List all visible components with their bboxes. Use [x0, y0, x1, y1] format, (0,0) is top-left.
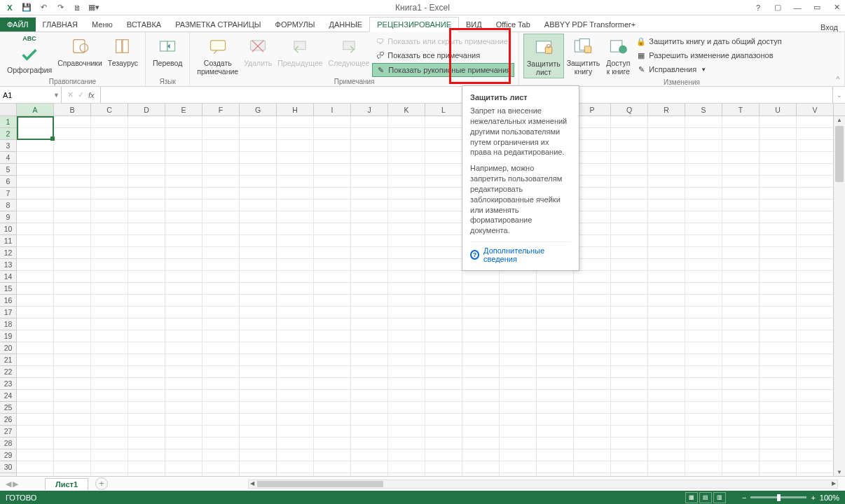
column-header[interactable]: H: [277, 104, 314, 115]
normal-view-icon[interactable]: ▦: [685, 492, 698, 503]
sheet-nav[interactable]: ◀▶: [0, 479, 24, 489]
row-header[interactable]: 3: [0, 140, 16, 152]
select-all-corner[interactable]: [0, 104, 17, 115]
scroll-left-icon[interactable]: ◀: [250, 480, 254, 486]
row-header[interactable]: 2: [0, 128, 16, 140]
translate-button[interactable]: Перевод: [150, 34, 185, 69]
chevron-down-icon[interactable]: ▼: [53, 92, 60, 99]
spelling-button[interactable]: ABC Орфография: [4, 34, 55, 76]
ribbon-options-icon[interactable]: ▢: [772, 2, 783, 13]
column-header[interactable]: I: [314, 104, 351, 115]
scroll-right-icon[interactable]: ▶: [832, 480, 836, 486]
fx-icon[interactable]: fx: [88, 91, 95, 99]
row-header[interactable]: 29: [0, 449, 16, 461]
zoom-slider[interactable]: [750, 496, 806, 498]
row-header[interactable]: 4: [0, 152, 16, 164]
tab-data[interactable]: ДАННЫЕ: [322, 18, 369, 31]
column-header[interactable]: J: [351, 104, 388, 115]
tab-menu[interactable]: Меню: [85, 18, 120, 31]
tab-abbyy[interactable]: ABBYY PDF Transformer+: [537, 18, 643, 31]
column-header[interactable]: V: [797, 104, 834, 115]
tooltip-more-link[interactable]: ? Дополнительные сведения: [470, 241, 571, 263]
name-box-input[interactable]: [3, 91, 45, 99]
tab-pagelayout[interactable]: РАЗМЕТКА СТРАНИЦЫ: [168, 18, 268, 31]
newfile-icon[interactable]: 🗎: [71, 2, 83, 13]
column-header[interactable]: E: [165, 104, 202, 115]
row-header[interactable]: 22: [0, 366, 16, 378]
tab-formulas[interactable]: ФОРМУЛЫ: [268, 18, 322, 31]
row-header[interactable]: 23: [0, 378, 16, 390]
tab-review[interactable]: РЕЦЕНЗИРОВАНИЕ: [369, 17, 459, 32]
column-header[interactable]: R: [648, 104, 685, 115]
tab-officetab[interactable]: Office Tab: [489, 18, 537, 31]
zoom-in-button[interactable]: +: [811, 493, 815, 502]
column-header[interactable]: K: [388, 104, 425, 115]
vertical-scrollbar[interactable]: ▲ ▼: [833, 116, 845, 476]
row-header[interactable]: 25: [0, 402, 16, 414]
row-header[interactable]: 12: [0, 247, 16, 259]
close-icon[interactable]: ✕: [831, 2, 842, 13]
protect-sheet-button[interactable]: Защитить лист: [523, 34, 564, 78]
row-header[interactable]: 27: [0, 426, 16, 438]
open-icon[interactable]: ▦▾: [88, 2, 99, 13]
column-header[interactable]: B: [54, 104, 91, 115]
scroll-thumb[interactable]: [835, 126, 844, 182]
column-header[interactable]: G: [240, 104, 277, 115]
column-header[interactable]: S: [685, 104, 722, 115]
name-box[interactable]: ▼: [0, 87, 62, 103]
zoom-level[interactable]: 100%: [820, 493, 839, 502]
page-break-view-icon[interactable]: ▥: [713, 492, 726, 503]
allow-edit-ranges[interactable]: ▦Разрешить изменение диапазонов: [633, 49, 784, 62]
row-header[interactable]: 20: [0, 342, 16, 354]
column-header[interactable]: F: [202, 104, 240, 115]
column-header[interactable]: T: [722, 104, 760, 115]
scroll-thumb[interactable]: [257, 481, 383, 487]
fill-handle[interactable]: [50, 136, 55, 141]
row-header[interactable]: 17: [0, 307, 16, 318]
save-icon[interactable]: 💾: [21, 2, 32, 13]
column-header[interactable]: C: [91, 104, 128, 115]
protect-workbook-button[interactable]: Защитить книгу: [564, 34, 603, 77]
row-header[interactable]: 19: [0, 330, 16, 342]
row-header[interactable]: 11: [0, 235, 16, 247]
column-header[interactable]: A: [17, 104, 54, 115]
collapse-ribbon-icon[interactable]: ^: [836, 76, 839, 83]
cells-area[interactable]: [17, 116, 833, 476]
column-header[interactable]: U: [760, 104, 797, 115]
zoom-out-button[interactable]: −: [742, 493, 746, 502]
row-header[interactable]: 21: [0, 354, 16, 366]
column-header[interactable]: D: [128, 104, 165, 115]
row-header[interactable]: 7: [0, 188, 16, 200]
minimize-icon[interactable]: —: [792, 2, 803, 13]
track-changes[interactable]: ✎Исправления▼: [633, 63, 784, 76]
add-sheet-button[interactable]: +: [95, 477, 108, 490]
tab-view[interactable]: ВИД: [459, 18, 489, 31]
row-header[interactable]: 1: [0, 116, 16, 128]
help-icon[interactable]: ?: [753, 2, 764, 13]
tab-insert[interactable]: ВСТАВКА: [120, 18, 168, 31]
scroll-down-icon[interactable]: ▼: [834, 469, 845, 475]
row-header[interactable]: 9: [0, 211, 16, 223]
redo-icon[interactable]: ↷: [55, 2, 66, 13]
row-header[interactable]: 13: [0, 259, 16, 271]
row-header[interactable]: 18: [0, 318, 16, 330]
row-header[interactable]: 16: [0, 295, 16, 307]
row-header[interactable]: 26: [0, 414, 16, 426]
tab-home[interactable]: ГЛАВНАЯ: [36, 18, 85, 31]
page-layout-view-icon[interactable]: ▤: [699, 492, 712, 503]
protect-and-share[interactable]: 🔒Защитить книгу и дать общий доступ: [633, 35, 784, 48]
tab-file[interactable]: ФАЙЛ: [0, 18, 36, 31]
row-header[interactable]: 8: [0, 200, 16, 211]
row-header[interactable]: 10: [0, 223, 16, 235]
row-header[interactable]: 30: [0, 461, 16, 473]
column-header[interactable]: L: [425, 104, 462, 115]
show-ink-comments[interactable]: ✎Показать рукописные примечания: [372, 63, 514, 77]
row-header[interactable]: 14: [0, 271, 16, 283]
row-header[interactable]: 6: [0, 176, 16, 188]
sheet-tab-active[interactable]: Лист1: [45, 478, 88, 490]
undo-icon[interactable]: ↶: [38, 2, 49, 13]
column-header[interactable]: Q: [611, 104, 648, 115]
row-header[interactable]: 24: [0, 390, 16, 402]
scroll-up-icon[interactable]: ▲: [834, 117, 845, 123]
references-button[interactable]: Справочники: [55, 34, 105, 69]
